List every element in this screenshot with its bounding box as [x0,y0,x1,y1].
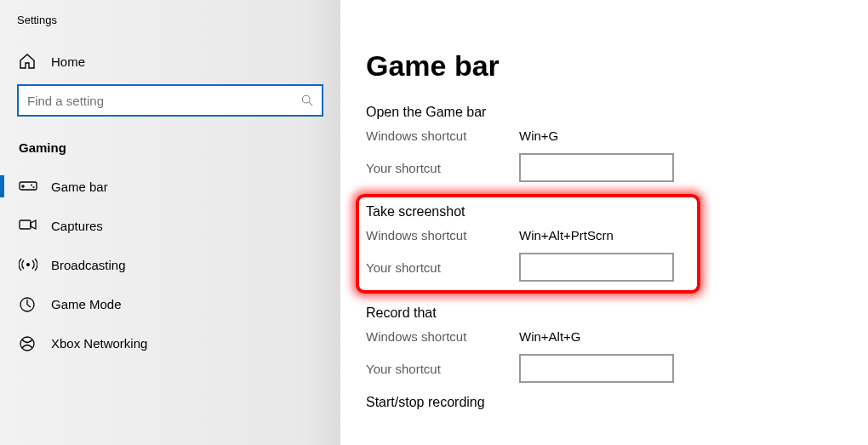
sidebar-item-game-bar[interactable]: Game bar [0,167,340,206]
sidebar-item-broadcasting[interactable]: Broadcasting [0,245,340,284]
highlight-annotation: Take screenshot Windows shortcut Win+Alt… [356,194,700,294]
captures-icon [19,218,36,233]
sidebar-item-label: Xbox Networking [51,336,147,351]
group-title: Start/stop recording [366,395,842,410]
svg-rect-7 [20,220,31,229]
svg-point-8 [26,263,30,266]
sidebar-section-title: Gaming [0,140,340,167]
search-input-wrap[interactable] [17,84,323,117]
search-input[interactable] [27,94,301,108]
sidebar-home[interactable]: Home [0,45,340,84]
group-open-game-bar: Open the Game bar Windows shortcut Win+G… [366,105,842,182]
game-bar-icon [19,179,36,194]
group-title: Open the Game bar [366,105,842,120]
broadcasting-icon [19,257,36,272]
windows-shortcut-label: Windows shortcut [366,128,519,143]
windows-shortcut-value: Win+G [519,128,558,143]
svg-line-1 [309,102,312,106]
your-shortcut-input[interactable] [519,153,674,182]
svg-point-10 [20,337,34,351]
windows-shortcut-value: Win+Alt+PrtScrn [519,228,614,242]
content-pane: Game bar Open the Game bar Windows short… [340,0,868,445]
your-shortcut-input[interactable] [519,253,674,282]
app-title: Settings [0,9,340,45]
your-shortcut-label: Your shortcut [366,362,519,376]
home-icon [19,54,36,69]
game-mode-icon [19,296,36,311]
sidebar-item-xbox-networking[interactable]: Xbox Networking [0,323,340,362]
sidebar-item-label: Game Mode [51,297,122,311]
sidebar-item-label: Broadcasting [51,258,126,272]
your-shortcut-label: Your shortcut [366,161,519,175]
xbox-networking-icon [19,335,36,351]
sidebar-item-label: Game bar [51,180,108,194]
your-shortcut-label: Your shortcut [366,260,519,275]
windows-shortcut-label: Windows shortcut [366,329,519,344]
search-icon [301,94,313,106]
sidebar-home-label: Home [51,54,85,69]
sidebar-item-label: Captures [51,219,103,233]
group-start-stop-recording: Start/stop recording [366,395,842,410]
group-title: Take screenshot [366,204,690,220]
windows-shortcut-value: Win+Alt+G [519,329,581,344]
page-title: Game bar [366,49,842,83]
svg-point-0 [302,95,310,103]
group-record-that: Record that Windows shortcut Win+Alt+G Y… [366,305,842,383]
svg-point-5 [31,185,32,186]
sidebar-item-captures[interactable]: Captures [0,206,340,245]
sidebar-item-game-mode[interactable]: Game Mode [0,284,340,323]
group-title: Record that [366,305,842,321]
svg-point-6 [33,186,35,188]
group-take-screenshot: Take screenshot Windows shortcut Win+Alt… [366,204,690,282]
your-shortcut-input[interactable] [519,354,674,383]
sidebar: Settings Home Gaming Game bar Captures [0,0,340,445]
windows-shortcut-label: Windows shortcut [366,228,519,242]
